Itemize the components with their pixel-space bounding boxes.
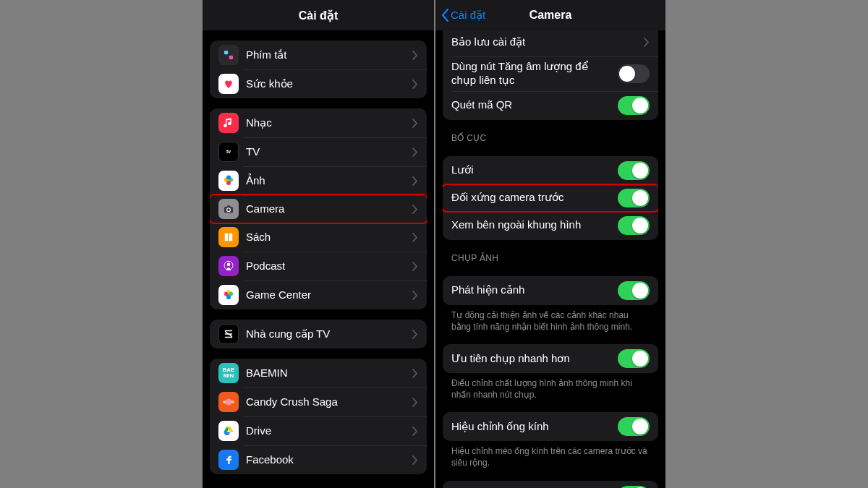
toggle-outside[interactable]	[618, 216, 650, 235]
settings-row-label: Podcast	[246, 260, 412, 273]
chevron-right-icon	[412, 427, 418, 436]
settings-row-mirror[interactable]: Đối xứng camera trước	[443, 184, 658, 213]
music-icon	[218, 113, 239, 133]
chevron-right-icon	[412, 262, 418, 271]
svg-point-15	[227, 290, 231, 294]
toggle-grid[interactable]	[618, 161, 650, 180]
drive-icon	[218, 421, 239, 441]
toggle-qr[interactable]	[618, 96, 650, 115]
svg-point-5	[226, 181, 231, 185]
svg-text:tv: tv	[226, 149, 231, 154]
settings-row-qr[interactable]: Quét mã QR	[443, 91, 658, 120]
settings-group: Hiệu chỉnh ống kính	[443, 412, 658, 441]
settings-row-shortcuts[interactable]: Phím tắt	[210, 40, 427, 69]
settings-row-label: Ưu tiên chụp nhanh hơn	[451, 352, 618, 366]
chevron-right-icon	[412, 369, 418, 378]
health-icon	[218, 74, 239, 94]
settings-row-candy[interactable]: Candy Crush Saga	[210, 388, 427, 416]
settings-row-label: Xem bên ngoài khung hình	[451, 218, 618, 232]
camera-settings-list[interactable]: Bảo lưu cài đặtDùng nút Tăng âm lượng để…	[435, 30, 665, 488]
settings-row-label: Camera	[246, 202, 412, 216]
settings-row-label: TV	[246, 145, 412, 159]
photos-icon	[218, 171, 239, 191]
settings-row-grid[interactable]: Lưới	[443, 156, 658, 185]
settings-group: LướiĐối xứng camera trướcXem bên ngoài k…	[443, 156, 658, 240]
settings-row-lens[interactable]: Hiệu chỉnh ống kính	[443, 412, 658, 441]
settings-row-label: Game Center	[246, 288, 412, 302]
toggle-lens[interactable]	[618, 417, 650, 436]
phone-left: Cài đặt Phím tắtSức khỏeNhạctvTVẢnhCamer…	[203, 0, 434, 488]
chevron-right-icon	[412, 119, 418, 128]
chevron-right-icon	[412, 455, 418, 465]
nav-title: Camera	[529, 9, 572, 22]
settings-row-baemin[interactable]: BAEMINBAEMIN	[210, 359, 427, 388]
settings-row-music[interactable]: Nhạc	[210, 108, 427, 137]
chevron-right-icon	[412, 80, 418, 89]
back-button[interactable]: Cài đặt	[441, 0, 485, 30]
settings-row-drive[interactable]: Drive	[210, 416, 427, 445]
settings-row-tvprovider[interactable]: Nhà cung cấp TV	[210, 320, 427, 348]
back-label: Cài đặt	[451, 9, 485, 22]
settings-row-health[interactable]: Sức khỏe	[210, 69, 427, 98]
toggle-mirror[interactable]	[618, 189, 650, 207]
settings-row-label: Bảo lưu cài đặt	[451, 35, 644, 49]
settings-group: NhạctvTVẢnhCameraSáchPodcastGame Center	[210, 108, 427, 309]
section-footer: Hiệu chỉnh méo ống kính trên các camera …	[435, 441, 665, 470]
settings-row-preserve[interactable]: Bảo lưu cài đặt	[443, 30, 658, 56]
svg-rect-1	[229, 56, 233, 59]
settings-row-label: Nhà cung cấp TV	[246, 328, 412, 341]
settings-group: BAEMINBAEMINCandy Crush SagaDriveFaceboo…	[210, 359, 427, 474]
section-footer: Điều chỉnh chất lượng hình ảnh thông min…	[435, 373, 665, 402]
settings-row-photos[interactable]: Ảnh	[210, 166, 427, 195]
settings-group: Ưu tiên chụp nhanh hơn	[443, 344, 658, 373]
settings-group: Phát hiện cảnh	[443, 276, 658, 305]
settings-row-podcast[interactable]: Podcast	[210, 252, 427, 281]
toggle-scene[interactable]	[618, 281, 650, 300]
phone-right: Cài đặt Camera Bảo lưu cài đặtDùng nút T…	[434, 0, 665, 488]
settings-row-label: Lưới	[451, 163, 618, 177]
toggle-volumeburst[interactable]	[618, 64, 650, 83]
svg-point-14	[226, 295, 231, 299]
nav-bar: Cài đặt	[203, 0, 434, 30]
candy-icon	[218, 392, 239, 412]
chevron-right-icon	[412, 176, 418, 186]
settings-row-label: Drive	[246, 424, 412, 438]
settings-row-label: Nhạc	[246, 116, 412, 130]
tvprovider-icon	[218, 324, 239, 344]
settings-row-label: Hiệu chỉnh ống kính	[451, 420, 618, 434]
chevron-left-icon	[441, 9, 449, 22]
settings-row-tv[interactable]: tvTV	[210, 137, 427, 166]
baemin-icon: BAEMIN	[218, 363, 239, 383]
toggle-hdr[interactable]	[618, 486, 650, 488]
chevron-right-icon	[644, 38, 650, 47]
chevron-right-icon	[412, 291, 418, 300]
settings-row-label: Sách	[246, 231, 412, 244]
facebook-icon	[218, 450, 239, 470]
section-header: BỐ CỤC	[435, 120, 665, 146]
settings-list[interactable]: Phím tắtSức khỏeNhạctvTVẢnhCameraSáchPod…	[203, 30, 434, 488]
svg-point-10	[227, 263, 231, 267]
camera-icon	[218, 199, 239, 219]
settings-group: Bảo lưu cài đặtDùng nút Tăng âm lượng để…	[443, 30, 658, 120]
settings-row-label: Phát hiện cảnh	[451, 283, 618, 297]
settings-row-label: Ảnh	[246, 174, 412, 188]
chevron-right-icon	[412, 147, 418, 157]
settings-row-facebook[interactable]: Facebook	[210, 445, 427, 474]
settings-row-gamecenter[interactable]: Game Center	[210, 281, 427, 309]
settings-row-outside[interactable]: Xem bên ngoài khung hình	[443, 211, 658, 240]
shortcuts-icon	[218, 45, 239, 65]
settings-row-label: Quét mã QR	[451, 98, 618, 112]
settings-row-hdr[interactable]: HDR thông minh	[443, 481, 658, 488]
settings-row-books[interactable]: Sách	[210, 223, 427, 252]
settings-row-label: BAEMIN	[246, 367, 412, 380]
settings-row-scene[interactable]: Phát hiện cảnh	[443, 276, 658, 305]
settings-row-faster[interactable]: Ưu tiên chụp nhanh hơn	[443, 344, 658, 373]
settings-row-camera[interactable]: Camera	[210, 194, 427, 224]
settings-row-label: Đối xứng camera trước	[451, 191, 618, 205]
settings-row-volumeburst[interactable]: Dùng nút Tăng âm lượng để chụp liên tục	[443, 56, 658, 91]
svg-rect-18	[231, 401, 234, 403]
tv-icon: tv	[218, 142, 239, 162]
svg-rect-0	[224, 51, 228, 54]
toggle-faster[interactable]	[618, 349, 650, 368]
books-icon	[218, 227, 239, 247]
